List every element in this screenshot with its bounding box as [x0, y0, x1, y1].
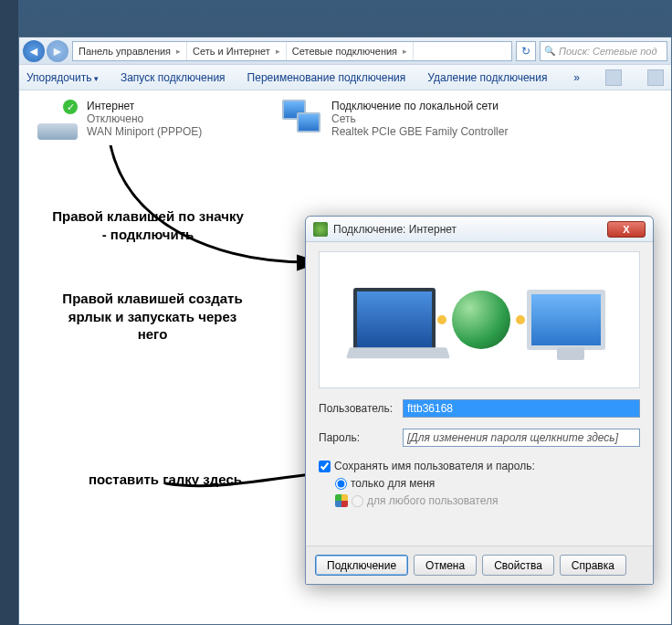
radio-only-me-label: только для меня [351, 477, 435, 490]
connection-device: WAN Miniport (PPPOE) [87, 125, 202, 138]
toolbar-help-icon[interactable] [647, 69, 664, 86]
address-bar: ◄ ► Панель управления Сеть и Интернет Се… [19, 37, 671, 65]
connection-title: Подключение по локальной сети [331, 100, 508, 112]
breadcrumb[interactable]: Панель управления Сеть и Интернет Сетевы… [72, 41, 512, 61]
monitor-icon [527, 290, 605, 350]
toolbar: Упорядочить Запуск подключения Переимено… [19, 65, 671, 90]
breadcrumb-item[interactable]: Панель управления [73, 42, 187, 60]
toolbar-start-connection[interactable]: Запуск подключения [121, 71, 226, 84]
globe-icon [452, 291, 510, 349]
radio-only-me-row[interactable]: только для меня [335, 477, 640, 490]
cancel-button[interactable]: Отмена [414, 555, 477, 576]
save-credentials-checkbox[interactable] [319, 461, 331, 472]
password-input[interactable] [403, 429, 640, 447]
search-placeholder: Поиск: Сетевые под [559, 46, 657, 57]
desktop-background-strip [0, 0, 18, 625]
password-label: Пароль: [319, 431, 403, 444]
dialog-title-text: Подключение: Интернет [333, 223, 457, 236]
dialog-button-bar: Подключение Отмена Свойства Справка [306, 546, 653, 584]
save-credentials-label: Сохранять имя пользователя и пароль: [334, 460, 535, 472]
lan-icon [282, 100, 322, 140]
shield-icon [335, 494, 348, 507]
toolbar-organize[interactable]: Упорядочить [26, 71, 99, 84]
annotation-create-shortcut: Правой клавишей создать ярлык и запускат… [52, 290, 253, 344]
connection-item-internet[interactable]: ✓ Интернет Отключено WAN Miniport (PPPOE… [37, 100, 257, 140]
toolbar-more[interactable]: » [573, 71, 580, 84]
radio-any-user-label: для любого пользователя [367, 494, 499, 507]
radio-any-user-row: для любого пользователя [335, 494, 640, 507]
toolbar-delete-connection[interactable]: Удаление подключения [427, 71, 547, 84]
nav-forward-button[interactable]: ► [47, 40, 68, 62]
annotation-right-click-connect: Правой клавишей по значку - подключить [52, 207, 244, 243]
username-input[interactable] [403, 399, 640, 418]
connect-dialog: Подключение: Интернет X Пользователь: Па… [305, 216, 654, 585]
radio-only-me[interactable] [335, 478, 347, 490]
check-badge-icon: ✓ [63, 100, 78, 114]
dialog-titlebar[interactable]: Подключение: Интернет X [306, 217, 653, 242]
connect-button[interactable]: Подключение [315, 555, 408, 576]
help-button[interactable]: Справка [560, 555, 626, 576]
search-input[interactable]: Поиск: Сетевые под [540, 41, 667, 61]
connection-item-lan[interactable]: Подключение по локальной сети Сеть Realt… [282, 100, 556, 140]
refresh-button[interactable]: ↻ [516, 41, 536, 61]
radio-any-user [352, 495, 363, 507]
toolbar-view-icon[interactable] [605, 69, 622, 86]
connection-device: Realtek PCIe GBE Family Controller [331, 125, 508, 138]
laptop-icon [353, 288, 436, 352]
close-button[interactable]: X [607, 221, 646, 238]
toolbar-rename-connection[interactable]: Переименование подключения [247, 71, 406, 84]
breadcrumb-item[interactable]: Сетевые подключения [287, 42, 414, 60]
nav-back-button[interactable]: ◄ [23, 40, 45, 62]
connection-title: Интернет [87, 100, 202, 112]
annotation-set-checkbox: поставить галку здесь [41, 471, 242, 489]
modem-icon: ✓ [37, 100, 78, 140]
dialog-app-icon [313, 222, 328, 237]
connection-status: Отключено [87, 112, 202, 125]
save-credentials-checkbox-row[interactable]: Сохранять имя пользователя и пароль: [319, 460, 640, 472]
properties-button[interactable]: Свойства [482, 555, 554, 576]
breadcrumb-item[interactable]: Сеть и Интернет [187, 42, 287, 60]
connection-status: Сеть [331, 112, 508, 125]
dialog-hero-image [319, 251, 640, 388]
username-label: Пользователь: [319, 402, 403, 415]
